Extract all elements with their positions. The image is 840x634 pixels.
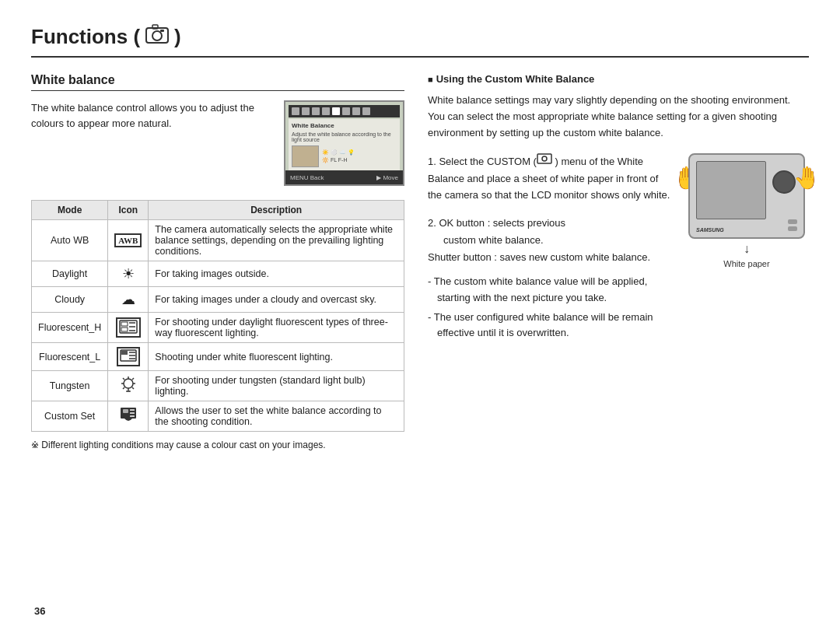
mode-fluor-h: Fluorescent_H xyxy=(32,313,108,343)
bullet-1: - The custom white balance value will be… xyxy=(428,274,672,306)
table-row: Daylight ☀ For taking images outside. xyxy=(32,261,404,287)
section-title: White balance xyxy=(31,73,404,91)
white-balance-table: Mode Icon Description Auto WB AWB The ca… xyxy=(31,200,404,432)
samsung-logo: SAMSUNG xyxy=(696,227,724,233)
ok-shutter-info: 2. OK button : selects previous custom w… xyxy=(428,215,672,266)
desc-tungsten: For shooting under tungsten (standard li… xyxy=(149,371,404,401)
mode-auto-wb: Auto WB xyxy=(32,220,108,261)
steps-text: 1. Select the CUSTOM ( ) menu of the Whi… xyxy=(428,153,672,345)
step-1: 1. Select the CUSTOM ( ) menu of the Whi… xyxy=(428,153,672,203)
camera-lens xyxy=(772,170,796,194)
table-row: Tungsten xyxy=(32,371,404,401)
icon-daylight: ☀ xyxy=(108,261,149,287)
col-header-icon: Icon xyxy=(108,201,149,220)
footnote: ※ Different lighting conditions may caus… xyxy=(31,440,404,450)
svg-line-22 xyxy=(132,378,134,380)
table-row: Fluorescent_L Shooting unde xyxy=(32,343,404,371)
custom-wb-body: White balance settings may vary slightly… xyxy=(428,93,809,141)
desc-auto-wb: The camera automatically selects the app… xyxy=(149,220,404,261)
hand-right-icon: 🤚 xyxy=(793,165,821,191)
svg-line-20 xyxy=(123,378,124,380)
step3-value: : saves new custom white balance. xyxy=(494,251,650,263)
page-number: 36 xyxy=(34,605,45,617)
svg-point-31 xyxy=(542,156,547,161)
icon-auto-wb: AWB xyxy=(108,220,149,261)
custom-set-icon xyxy=(119,415,138,426)
cam-btn-2 xyxy=(788,226,797,231)
steps-section: 1. Select the CUSTOM ( ) menu of the Whi… xyxy=(428,153,809,345)
fluorescent-h-icon xyxy=(116,317,141,338)
step2-row: 2. OK button : selects previous custom w… xyxy=(428,215,672,249)
col-header-mode: Mode xyxy=(32,201,108,220)
table-row: Auto WB AWB The camera automatically sel… xyxy=(32,220,404,261)
icon-cloudy: ☁ xyxy=(108,287,149,313)
camera-hands: 🤚 SAMSUNG 🤚 xyxy=(688,153,805,239)
camera-illustration: 🤚 SAMSUNG 🤚 ↓ White paper xyxy=(684,153,809,345)
step2-cont: custom white balance. xyxy=(428,232,672,249)
svg-rect-29 xyxy=(130,415,135,417)
step3-row: Shutter button : saves new custom white … xyxy=(428,249,672,266)
mode-tungsten: Tungsten xyxy=(32,371,108,401)
mode-fluor-l: Fluorescent_L xyxy=(32,343,108,371)
svg-line-23 xyxy=(123,387,124,389)
camera-buttons xyxy=(788,219,797,231)
svg-point-15 xyxy=(124,379,133,388)
step1-text: 1. Select the CUSTOM ( xyxy=(428,156,537,167)
custom-wb-title: Using the Custom White Balance xyxy=(428,73,809,85)
mode-daylight: Daylight xyxy=(32,261,108,287)
svg-point-1 xyxy=(152,31,162,40)
desc-custom: Allows the user to set the white balance… xyxy=(149,401,404,432)
arrow-icon: ↓ xyxy=(684,242,809,256)
camera-screen-mockup: White Balance Adjust the white balance a… xyxy=(284,100,404,186)
camera-screen2 xyxy=(696,161,766,219)
desc-fluor-l: Shooting under white fluorescent lightin… xyxy=(149,343,404,371)
tungsten-icon xyxy=(120,380,137,396)
svg-rect-6 xyxy=(121,328,128,331)
svg-rect-26 xyxy=(123,409,128,413)
title-icon xyxy=(145,23,170,50)
icon-fluor-h xyxy=(108,313,149,343)
table-row: Custom Set xyxy=(32,401,404,432)
sun-icon: ☀ xyxy=(122,266,135,282)
mode-custom: Custom Set xyxy=(32,401,108,432)
mode-cloudy: Cloudy xyxy=(32,287,108,313)
svg-rect-11 xyxy=(121,351,128,355)
desc-daylight: For taking images outside. xyxy=(149,261,404,287)
left-column: White balance The white balance control … xyxy=(31,73,404,450)
camera-body: SAMSUNG xyxy=(688,153,805,239)
step2-label: 2. OK button xyxy=(428,217,485,229)
svg-rect-24 xyxy=(126,391,131,392)
title-suffix: ) xyxy=(174,25,181,49)
svg-rect-5 xyxy=(121,322,128,326)
right-column: Using the Custom White Balance White bal… xyxy=(428,73,809,450)
svg-rect-30 xyxy=(537,154,551,163)
cam-btn-1 xyxy=(788,219,797,224)
intro-row: The white balance control allows you to … xyxy=(31,100,404,186)
fluorescent-l-icon xyxy=(117,347,140,366)
page-title: Functions ( ) xyxy=(31,23,809,58)
col-header-desc: Description xyxy=(149,201,404,220)
icon-fluor-l xyxy=(108,343,149,371)
awb-icon: AWB xyxy=(114,233,142,247)
white-paper-label: White paper xyxy=(684,259,809,268)
icon-tungsten xyxy=(108,371,149,401)
icon-custom xyxy=(108,401,149,432)
step2-value: : selects previous xyxy=(488,217,565,229)
step3-label: Shutter button xyxy=(428,251,492,263)
svg-line-21 xyxy=(132,387,134,389)
table-row: Cloudy ☁ For taking images under a cloud… xyxy=(32,287,404,313)
title-text: Functions ( xyxy=(31,25,140,49)
table-row: Fluorescent_H xyxy=(32,313,404,343)
desc-fluor-h: For shooting under daylight fluorescent … xyxy=(149,313,404,343)
desc-cloudy: For taking images under a cloudy and ove… xyxy=(149,287,404,313)
svg-rect-28 xyxy=(130,412,135,414)
main-content: White balance The white balance control … xyxy=(31,73,809,450)
bullets: - The custom white balance value will be… xyxy=(428,274,672,342)
intro-text: The white balance control allows you to … xyxy=(31,100,271,131)
svg-rect-2 xyxy=(152,25,158,29)
svg-rect-27 xyxy=(130,409,135,411)
svg-rect-3 xyxy=(160,30,164,32)
bullet-2: - The user configured white balance will… xyxy=(428,310,672,342)
cloud-icon: ☁ xyxy=(121,292,135,307)
